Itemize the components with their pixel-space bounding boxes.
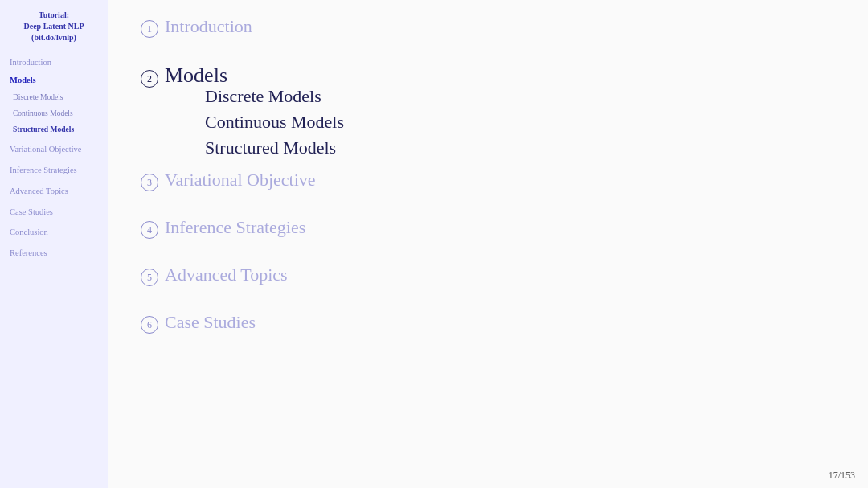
toc-sublabel-continuous[interactable]: Continuous Models bbox=[205, 112, 836, 133]
main-content: 1 Introduction 2 Models Discrete Models … bbox=[108, 0, 868, 488]
sidebar-item-introduction[interactable]: Introduction bbox=[6, 55, 101, 71]
toc-label-case-studies: Case Studies bbox=[165, 312, 256, 333]
sidebar-item-inference-strategies[interactable]: Inference Strategies bbox=[6, 162, 101, 178]
toc-label-advanced: Advanced Topics bbox=[165, 265, 288, 285]
sidebar-item-structured-models[interactable]: Structured Models bbox=[6, 122, 101, 137]
sidebar-item-case-studies[interactable]: Case Studies bbox=[6, 204, 101, 220]
toc-num-introduction: 1 bbox=[141, 20, 158, 38]
toc-entry-introduction[interactable]: 1 Introduction bbox=[141, 16, 836, 38]
toc-entry-advanced[interactable]: 5 Advanced Topics bbox=[141, 265, 836, 286]
sidebar-item-advanced-topics[interactable]: Advanced Topics bbox=[6, 183, 101, 199]
sidebar-item-models[interactable]: Models bbox=[6, 72, 101, 88]
toc-num-models: 2 bbox=[141, 70, 158, 88]
toc-label-introduction: Introduction bbox=[165, 16, 252, 37]
toc-num-advanced: 5 bbox=[141, 269, 158, 286]
toc-num-variational: 3 bbox=[141, 174, 158, 191]
toc-entry-case-studies[interactable]: 6 Case Studies bbox=[141, 312, 836, 334]
sidebar-item-continuous-models[interactable]: Continuous Models bbox=[6, 106, 101, 121]
sidebar: Tutorial: Deep Latent NLP (bit.do/lvnlp)… bbox=[0, 0, 108, 488]
page-number: 17/153 bbox=[829, 470, 855, 482]
sidebar-item-variational-objective[interactable]: Variational Objective bbox=[6, 141, 101, 158]
toc-entry-variational[interactable]: 3 Variational Objective bbox=[141, 170, 836, 191]
sidebar-item-discrete-models[interactable]: Discrete Models bbox=[6, 90, 101, 105]
toc-entry-inference[interactable]: 4 Inference Strategies bbox=[141, 217, 836, 239]
toc-label-variational: Variational Objective bbox=[165, 170, 316, 191]
sidebar-item-conclusion[interactable]: Conclusion bbox=[6, 224, 101, 240]
sidebar-title: Tutorial: Deep Latent NLP (bit.do/lvnlp) bbox=[6, 10, 101, 43]
toc-num-case-studies: 6 bbox=[141, 316, 158, 334]
toc-entry-models[interactable]: 2 Models bbox=[141, 64, 836, 88]
toc-sublabel-structured[interactable]: Structured Models bbox=[205, 137, 836, 158]
sidebar-item-references[interactable]: References bbox=[6, 245, 101, 261]
toc-sub-entries-models: Discrete Models Continuous Models Struct… bbox=[205, 86, 836, 158]
toc-num-inference: 4 bbox=[141, 221, 158, 239]
toc-label-inference: Inference Strategies bbox=[165, 217, 305, 238]
toc-sublabel-discrete[interactable]: Discrete Models bbox=[205, 86, 836, 107]
toc-label-models: Models bbox=[165, 64, 227, 88]
